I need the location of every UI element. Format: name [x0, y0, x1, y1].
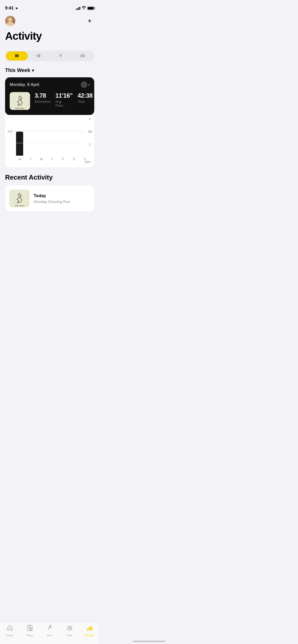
plus-icon: + [88, 17, 92, 24]
activity-map-thumbnail: Apple Maps [10, 92, 30, 110]
chart-bar-col-s5 [69, 118, 79, 156]
map-badge: Apple Maps [15, 107, 25, 109]
nav-dot [81, 81, 87, 88]
card-date: Monday, 8 April [10, 82, 39, 87]
y-label-6: 6 [89, 118, 91, 121]
stat-kilometres: 3.78 Kilometres [35, 92, 50, 107]
status-bar: 9:41 ➤ [0, 0, 99, 13]
chart-bar-col-t3 [47, 118, 58, 156]
stat-km-label: Kilometres [35, 100, 50, 104]
y-label-4: 4 [89, 130, 91, 134]
chart-area: 3.8 3.8 6 4 2 MTWTFSS 0km [7, 118, 92, 163]
chart-xlabel-f4: F [58, 157, 69, 161]
y-label-0km: 0km [85, 160, 91, 164]
card-header: Monday, 8 April › [10, 81, 90, 88]
activity-chart: 3.8 3.8 6 4 2 MTWTFSS 0km [5, 115, 94, 167]
stat-pace-label: Avg. Pace... [55, 100, 72, 107]
recent-map-thumbnail: Apple Maps [9, 189, 30, 207]
stat-km-value: 3.78 [35, 92, 50, 99]
tab-week[interactable]: W [6, 51, 28, 61]
chart-left-value: 3.8 [8, 130, 12, 133]
chevron-down-icon: ▾ [32, 68, 34, 73]
recent-map-badge: Apple Maps [15, 205, 24, 207]
recent-activity-name: Monday Evening Run [34, 199, 70, 204]
chart-bar-col-s6 [79, 118, 90, 156]
card-stats: Apple Maps 3.78 Kilometres 11'16'' Avg. … [10, 92, 90, 110]
map-route-svg [12, 95, 28, 107]
wifi-icon [82, 6, 86, 10]
recent-date-label: Today [34, 193, 70, 198]
period-tabs: W M Y All [5, 51, 94, 61]
tab-month[interactable]: M [28, 51, 50, 61]
tab-all[interactable]: All [72, 51, 93, 61]
y-label-2: 2 [89, 143, 91, 147]
stat-time-value: 42:38 [77, 92, 92, 99]
chart-bar-col-m0 [14, 118, 25, 156]
header: + [0, 13, 99, 28]
stats-grid: 3.78 Kilometres 11'16'' Avg. Pace... 42:… [35, 92, 92, 107]
chart-xlabel-w2: W [36, 157, 47, 161]
tab-year[interactable]: Y [50, 51, 72, 61]
chart-xlabel-s5: S [69, 157, 79, 161]
chart-bar-col-w2 [36, 118, 47, 156]
stat-time-label: Time [77, 100, 92, 104]
chart-xlabel-t3: T [47, 157, 58, 161]
section-divider [0, 46, 99, 47]
clock: 9:41 [5, 6, 14, 11]
activity-card: Monday, 8 April › Apple Maps 3.78 Kilome… [5, 77, 94, 115]
recent-activity-card[interactable]: Apple Maps Today Monday Evening Run [5, 185, 94, 211]
signal-icon [76, 6, 80, 10]
chart-bar-m0 [16, 131, 23, 156]
card-nav: › [81, 81, 90, 88]
battery-icon [87, 7, 94, 10]
stat-time: 42:38 Time [77, 92, 92, 107]
page-title: Activity [0, 28, 99, 46]
location-arrow-icon: ➤ [15, 6, 18, 10]
week-selector-label: This Week [5, 67, 30, 73]
chart-bar-col-t1 [25, 118, 36, 156]
week-selector[interactable]: This Week ▾ [0, 65, 99, 77]
add-button[interactable]: + [85, 16, 94, 25]
stat-pace: 11'16'' Avg. Pace... [55, 92, 72, 107]
chart-xlabel-m0: M [14, 157, 25, 161]
avatar[interactable] [5, 16, 15, 26]
chart-bar-col-f4 [58, 118, 69, 156]
chart-xlabel-t1: T [25, 157, 36, 161]
recent-activity-info: Today Monday Evening Run [34, 193, 70, 204]
stat-pace-value: 11'16'' [55, 92, 72, 99]
status-time: 9:41 ➤ [5, 6, 18, 11]
recent-map-route-svg [12, 192, 27, 205]
status-icons [76, 6, 94, 10]
recent-activity-section: Recent Activity Apple Maps Today Monday … [0, 167, 99, 211]
recent-activity-title: Recent Activity [0, 173, 99, 185]
card-next-icon[interactable]: › [88, 82, 90, 87]
